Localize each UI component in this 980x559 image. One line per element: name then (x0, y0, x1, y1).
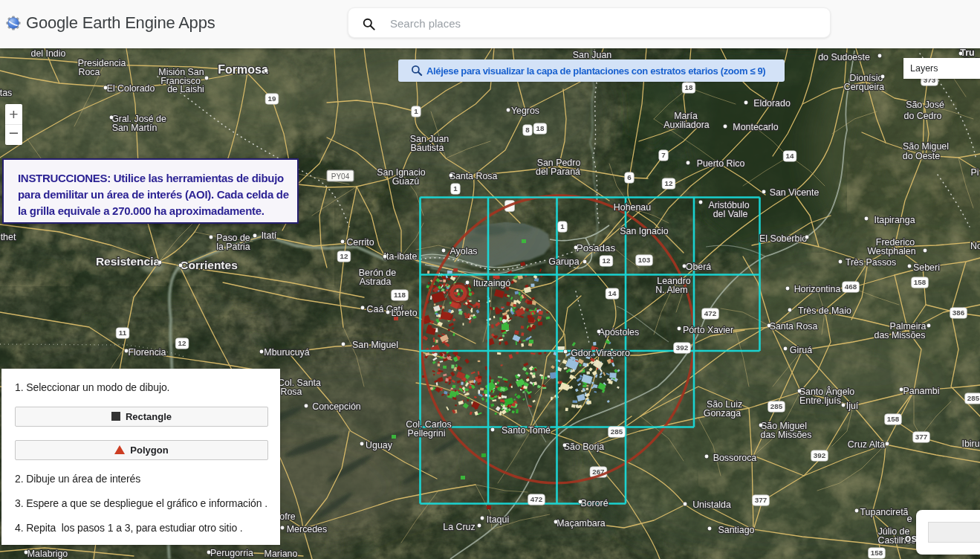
svg-text:472: 472 (704, 309, 717, 317)
svg-text:ofre: ofre (279, 511, 295, 522)
svg-text:Posadas: Posadas (577, 242, 616, 253)
svg-text:Itapiranga: Itapiranga (874, 215, 915, 225)
svg-text:468: 468 (845, 282, 857, 291)
svg-text:Tupanciretã: Tupanciretã (860, 507, 909, 517)
svg-text:Guazú: Guazú (392, 176, 420, 187)
svg-text:Bossoroca: Bossoroca (713, 453, 757, 463)
svg-text:Pórto Xavier: Pórto Xavier (683, 325, 733, 335)
svg-text:São Borja: São Borja (564, 442, 605, 452)
svg-text:Cruz Alta: Cruz Alta (848, 439, 885, 450)
svg-text:Auxiliadora: Auxiliadora (663, 120, 709, 130)
svg-text:tas: tas (0, 88, 12, 98)
svg-text:158: 158 (887, 415, 900, 423)
svg-text:392: 392 (814, 451, 826, 459)
svg-text:das Missões: das Missões (874, 330, 926, 340)
svg-text:285: 285 (611, 427, 623, 436)
svg-text:San Martín: San Martín (112, 123, 158, 133)
svg-text:Maçambara: Maçambara (556, 518, 606, 529)
svg-text:das Missões: das Missões (761, 430, 812, 440)
svg-text:Roca: Roca (79, 67, 100, 77)
svg-text:São José: São José (906, 100, 944, 110)
svg-text:1: 1 (560, 222, 565, 230)
svg-text:San Miguel: San Miguel (352, 340, 398, 350)
svg-text:Très Passos: Très Passos (846, 257, 896, 268)
svg-text:Pellegrini: Pellegrini (408, 428, 446, 439)
svg-text:Hohenau: Hohenau (614, 202, 651, 213)
svg-text:Ijuí: Ijuí (846, 401, 859, 411)
svg-text:Bororé: Bororé (580, 498, 608, 508)
svg-text:Ituzaingó: Ituzaingó (473, 278, 510, 288)
svg-text:Horizontina: Horizontina (794, 284, 841, 294)
svg-text:7: 7 (661, 151, 666, 159)
svg-text:Formosa: Formosa (218, 63, 268, 76)
svg-text:Itaqui: Itaqui (487, 514, 509, 525)
svg-text:Perugorria: Perugorria (210, 548, 253, 558)
svg-text:285: 285 (770, 402, 783, 410)
svg-text:Seberi: Seberi (913, 262, 940, 273)
svg-text:do Cedro: do Cedro (904, 111, 942, 121)
svg-text:Santa Rosa: Santa Rosa (770, 321, 818, 332)
svg-text:Santo Tomé: Santo Tomé (502, 425, 551, 436)
svg-text:Florencia: Florencia (129, 347, 166, 358)
svg-text:de Laishi: de Laishi (167, 84, 204, 94)
svg-text:Bautista: Bautista (411, 143, 444, 153)
svg-text:Montecarlo: Montecarlo (733, 122, 778, 132)
svg-text:No: No (970, 241, 980, 251)
svg-text:Astrada: Astrada (360, 277, 392, 287)
svg-text:158: 158 (914, 278, 927, 286)
svg-text:thet: thet (1, 232, 16, 242)
svg-text:del Valle: del Valle (713, 209, 748, 219)
svg-text:La Cruz: La Cruz (443, 522, 475, 532)
svg-text:Mburucuyá: Mburucuyá (264, 347, 309, 358)
svg-text:8: 8 (525, 126, 530, 134)
svg-text:El Colorado: El Colorado (107, 83, 155, 94)
svg-text:N. Alem: N. Alem (655, 285, 687, 295)
svg-text:Westphalen: Westphalen (867, 246, 915, 256)
svg-text:Resistencia: Resistencia (96, 255, 160, 268)
svg-text:Corrientes: Corrientes (180, 259, 238, 271)
svg-text:14: 14 (609, 289, 617, 297)
svg-text:18: 18 (685, 83, 693, 91)
svg-text:Très de Maio: Très de Maio (798, 306, 851, 316)
svg-text:386: 386 (953, 308, 965, 317)
svg-text:Cerqueira: Cerqueira (844, 82, 885, 92)
svg-text:San Ignacio: San Ignacio (620, 226, 669, 236)
svg-text:Rosa: Rosa (281, 387, 302, 397)
svg-text:11: 11 (119, 329, 127, 337)
svg-text:Panambi: Panambi (903, 386, 940, 396)
svg-text:103: 103 (638, 256, 651, 264)
svg-text:1: 1 (414, 107, 418, 115)
svg-text:14: 14 (786, 152, 794, 160)
svg-text:Mercedes: Mercedes (287, 524, 327, 534)
svg-text:Ayolas: Ayolas (450, 246, 478, 256)
svg-text:la Patria: la Patria (216, 242, 250, 252)
svg-text:Uguay: Uguay (366, 440, 393, 450)
svg-text:do Oeste: do Oeste (903, 151, 940, 161)
svg-text:377: 377 (755, 496, 768, 504)
svg-text:El Soberbio: El Soberbio (759, 233, 807, 244)
svg-text:Concepción: Concepción (312, 401, 361, 412)
svg-text:do Sudoeste: do Sudoeste (818, 52, 870, 62)
svg-text:118: 118 (394, 291, 406, 299)
svg-text:Apóstoles: Apóstoles (599, 327, 639, 337)
svg-text:Entre.Ijuís: Entre.Ijuís (799, 395, 841, 406)
svg-text:Gonzaga: Gonzaga (704, 408, 741, 419)
svg-text:Giruá: Giruá (790, 345, 812, 355)
svg-text:Ibirub: Ibirub (962, 439, 980, 449)
svg-text:472: 472 (530, 495, 543, 503)
svg-text:San Vicente: San Vicente (770, 187, 820, 198)
svg-text:Garupa: Garupa (548, 256, 579, 267)
svg-text:377: 377 (915, 433, 928, 441)
svg-text:392: 392 (676, 343, 689, 352)
svg-text:12: 12 (603, 256, 611, 265)
svg-text:Pi: Pi (970, 167, 979, 178)
svg-text:Cerrito: Cerrito (346, 237, 374, 248)
svg-text:6: 6 (627, 173, 632, 181)
svg-text:12: 12 (178, 339, 186, 347)
svg-text:PY04: PY04 (331, 172, 350, 181)
svg-text:Gdor. Virasoro: Gdor. Virasoro (571, 348, 630, 358)
svg-text:18: 18 (536, 124, 545, 132)
svg-text:Ita-ibate: Ita-ibate (384, 251, 418, 262)
svg-text:Malabrigo: Malabrigo (27, 549, 68, 559)
svg-text:Unistalda: Unistalda (692, 500, 731, 510)
